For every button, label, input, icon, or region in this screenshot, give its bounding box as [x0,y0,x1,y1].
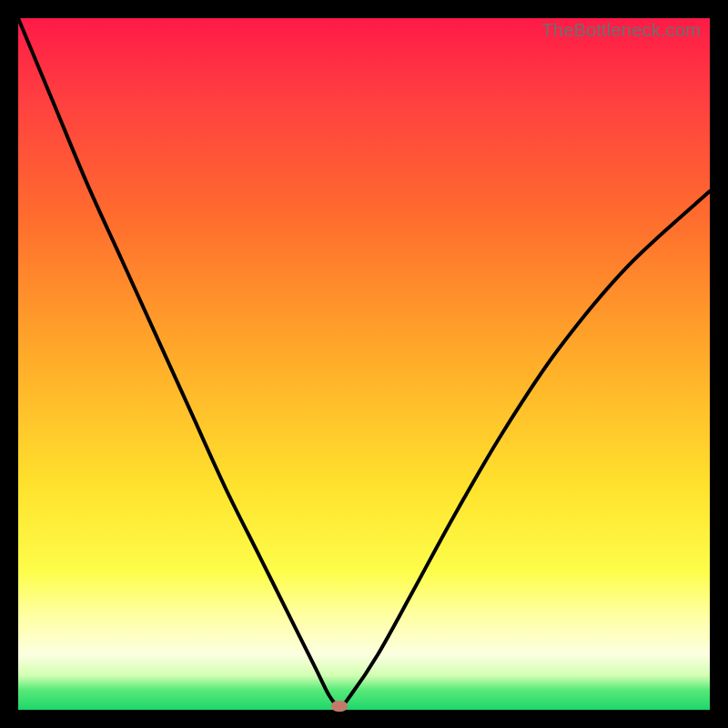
outer-frame: TheBottleneck.com [0,0,728,728]
plot-area: TheBottleneck.com [18,18,710,710]
bottleneck-curve [18,18,710,710]
curve-path [18,18,710,706]
minimum-marker [331,701,348,712]
